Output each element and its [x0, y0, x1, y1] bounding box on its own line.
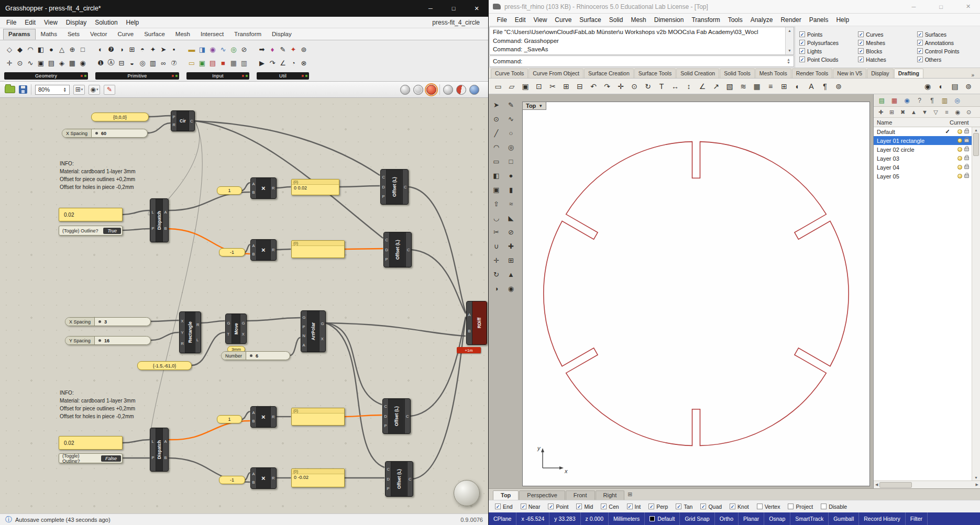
port-c[interactable]: C: [404, 185, 406, 189]
colour-param-icon[interactable]: ◑: [116, 44, 127, 54]
prompt-spinner-icon[interactable]: ▲▼: [787, 58, 790, 64]
component-circle[interactable]: PRCirC: [171, 110, 195, 131]
wireframe-mode-icon[interactable]: ▤: [949, 80, 961, 93]
mirror-tool-icon[interactable]: ◑: [490, 282, 503, 295]
jump-icon[interactable]: ↷: [267, 58, 278, 68]
zoom-spinner-icon[interactable]: ▲▼: [63, 87, 67, 92]
port-c[interactable]: C: [386, 238, 388, 242]
filter-layers-icon[interactable]: ▽: [931, 107, 941, 117]
save-document-icon[interactable]: [19, 85, 27, 94]
trim-tool-icon[interactable]: ✂: [490, 226, 503, 239]
input-ports[interactable]: LP: [150, 428, 156, 471]
help-tab-icon[interactable]: ?: [914, 95, 925, 106]
match-layer-icon[interactable]: ≡: [942, 107, 952, 117]
document-preview-icon[interactable]: [443, 85, 453, 95]
layer-vertical-scrollbar[interactable]: ▲▼: [972, 127, 980, 481]
circle-tool-icon[interactable]: ○: [504, 127, 517, 140]
component-offset-2[interactable]: CDPOffset (L)C: [383, 232, 412, 267]
layer-visibility-icon[interactable]: [957, 165, 962, 170]
top-viewport[interactable]: Top▼ x y: [522, 102, 870, 486]
close-button[interactable]: ✕: [956, 0, 980, 14]
tab-mesh[interactable]: Mesh: [170, 29, 195, 40]
smarttrack-toggle[interactable]: SmartTrack: [790, 512, 829, 525]
primitive-group-label[interactable]: Primitive: [95, 72, 179, 80]
tab-transform[interactable]: Transform: [229, 29, 267, 40]
cluster-icon[interactable]: ♦: [267, 44, 278, 54]
port-l[interactable]: L: [152, 439, 155, 444]
pipe-param-icon[interactable]: ⊕: [67, 44, 78, 54]
panel-icon[interactable]: ▭: [186, 58, 197, 68]
menu-panels[interactable]: Panels: [805, 16, 832, 24]
port-a[interactable]: A: [468, 312, 471, 317]
component-rectangle[interactable]: XYRRectangleRL: [179, 311, 201, 353]
gradient-icon[interactable]: ▤: [207, 58, 218, 68]
component-polar-array[interactable]: GPNAArrPolarGX: [301, 310, 326, 352]
port-r[interactable]: R: [173, 122, 175, 127]
cut-icon[interactable]: ✂: [546, 80, 559, 93]
filter-point-clouds[interactable]: ✓Point Clouds: [799, 57, 858, 63]
tab-maths[interactable]: Maths: [36, 29, 62, 40]
port-r[interactable]: R: [272, 248, 274, 252]
menu-dimension[interactable]: Dimension: [650, 16, 688, 24]
index-param-icon[interactable]: ⑦: [169, 58, 179, 68]
tab-solid-tools[interactable]: Solid Tools: [720, 69, 755, 78]
port-a[interactable]: A: [252, 243, 255, 248]
dim-linear-icon[interactable]: ↔: [669, 80, 681, 93]
twisted-box-icon[interactable]: ▦: [67, 58, 78, 68]
rectangle-tool-icon[interactable]: ▭: [490, 155, 503, 168]
outline-toggle-false[interactable]: (Toggle) Outline?False: [59, 453, 123, 463]
factor-capsule-minus-one[interactable]: -1: [219, 248, 245, 256]
web-tab-icon[interactable]: ◎: [952, 95, 963, 106]
offset-input-panel-1[interactable]: 0.02: [59, 208, 123, 221]
port-t[interactable]: T: [227, 332, 230, 337]
tab-params[interactable]: Params: [3, 29, 36, 40]
layer-visibility-icon[interactable]: [957, 129, 962, 134]
component-move[interactable]: GTMoveGX: [225, 314, 247, 344]
filter-blocks[interactable]: ✓Blocks: [858, 48, 917, 54]
minimize-button[interactable]: ─: [902, 0, 926, 14]
port-x[interactable]: X: [242, 332, 245, 337]
copy-tool-icon[interactable]: ⊞: [504, 254, 517, 267]
component-multiplication-2[interactable]: AB×R: [250, 239, 277, 261]
layer-visibility-icon[interactable]: [957, 174, 962, 178]
data-param-icon[interactable]: ▥: [148, 58, 158, 68]
toggle-icon[interactable]: ◨: [197, 44, 207, 54]
osnap-knot[interactable]: ✓Knot: [730, 504, 749, 510]
port-l[interactable]: L: [196, 338, 199, 342]
chain-param-icon[interactable]: ∞: [158, 58, 169, 68]
plane-icon[interactable]: ◆: [15, 44, 25, 54]
output-ports[interactable]: C: [402, 170, 408, 204]
slider-knob[interactable]: [98, 320, 101, 323]
y-spacing-slider-16[interactable]: Y Spacing16: [65, 336, 151, 345]
port-g[interactable]: G: [227, 321, 230, 326]
preview-eye-icon[interactable]: ◉▾: [89, 85, 100, 95]
input-ports[interactable]: AB: [251, 407, 257, 427]
port-a[interactable]: A: [252, 472, 255, 476]
osnap-near[interactable]: ✓Near: [521, 504, 541, 510]
input-ports[interactable]: LP: [150, 199, 156, 242]
viewport-title-tab[interactable]: Top▼: [522, 102, 546, 110]
tab-display[interactable]: Display: [267, 29, 297, 40]
port-c[interactable]: C: [384, 404, 387, 409]
viewtab-right[interactable]: Right: [596, 490, 625, 500]
brep-param-icon[interactable]: ◈: [57, 58, 67, 68]
port-p[interactable]: P: [152, 226, 155, 231]
tab-display[interactable]: Display: [867, 69, 893, 78]
port-b[interactable]: B: [252, 252, 255, 256]
cylinder-tool-icon[interactable]: ▮: [504, 183, 517, 196]
output-ports[interactable]: C: [404, 399, 410, 433]
triangle-param-icon[interactable]: △: [57, 44, 67, 54]
port-r[interactable]: R: [196, 322, 199, 327]
gumball-toggle[interactable]: Gumball: [829, 512, 859, 525]
input-ports[interactable]: CDP: [383, 399, 389, 433]
port-b[interactable]: B: [468, 329, 471, 333]
output-ports[interactable]: AB: [162, 428, 168, 471]
port-c[interactable]: C: [382, 175, 385, 180]
vector-icon[interactable]: ✛: [4, 58, 15, 68]
port-b[interactable]: B: [164, 226, 167, 231]
copy-icon[interactable]: ⊞: [560, 80, 572, 93]
no-preview-icon[interactable]: [400, 85, 410, 95]
display-options-icon[interactable]: ⊚: [962, 80, 975, 93]
port-d[interactable]: D: [384, 414, 387, 419]
point-tool-icon[interactable]: ⊙: [490, 113, 503, 126]
